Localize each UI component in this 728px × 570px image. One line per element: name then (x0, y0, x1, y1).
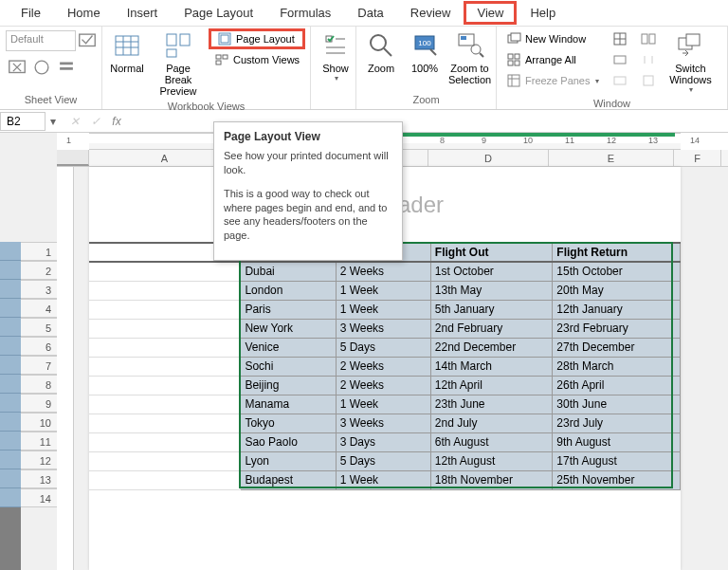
table-cell[interactable]: 27th December (553, 338, 681, 357)
table-cell[interactable]: 6th August (430, 432, 553, 451)
table-cell[interactable]: 12th April (430, 376, 553, 395)
sheet-view-keep-icon[interactable] (76, 30, 99, 51)
table-cell[interactable]: Paris (241, 300, 336, 319)
menu-insert[interactable]: Insert (114, 2, 172, 24)
hide-button[interactable] (607, 49, 633, 70)
table-cell[interactable]: 5 Days (336, 338, 430, 357)
arrange-all-button[interactable]: Arrange All (500, 49, 605, 70)
split-button[interactable] (607, 28, 633, 49)
table-cell[interactable]: Beijing (241, 376, 336, 395)
table-row[interactable]: Beijing2 Weeks12th April26th April (89, 376, 681, 395)
row-header[interactable]: 14 (21, 488, 57, 507)
name-box[interactable]: B2 (0, 112, 46, 131)
table-cell[interactable]: 28th March (553, 357, 681, 376)
enter-formula-icon[interactable]: ✓ (87, 115, 104, 128)
table-row[interactable]: Lyon5 Days12th August17th August (89, 451, 681, 470)
menu-data[interactable]: Data (344, 2, 396, 24)
table-cell[interactable]: Dubai (241, 262, 336, 281)
menu-view[interactable]: View (464, 1, 517, 25)
table-cell[interactable]: 1st October (430, 262, 553, 281)
freeze-panes-button[interactable]: Freeze Panes▾ (500, 70, 605, 91)
table-cell[interactable]: 2nd July (430, 414, 553, 432)
table-cell[interactable]: 17th August (553, 451, 681, 470)
zoom-100-button[interactable]: 100 100% (404, 28, 446, 76)
row-header[interactable]: 6 (21, 337, 57, 356)
menu-page-layout[interactable]: Page Layout (171, 2, 266, 24)
normal-button[interactable]: Normal (106, 28, 148, 76)
row-header[interactable]: 5 (21, 318, 57, 337)
table-cell[interactable]: 9th August (553, 432, 681, 451)
table-row[interactable]: Sochi2 Weeks14th March28th March (89, 357, 681, 376)
table-cell[interactable]: 12th August (430, 451, 553, 470)
menu-home[interactable]: Home (54, 2, 114, 24)
page-break-preview-button[interactable]: Page Break Preview (150, 28, 207, 99)
switch-windows-button[interactable]: Switch Windows ▾ (664, 28, 717, 96)
reset-window-button[interactable] (635, 70, 662, 91)
table-row[interactable]: Paris1 Week5th January12th January (89, 300, 681, 319)
table-cell[interactable]: Sochi (241, 357, 336, 376)
name-box-dropdown-icon[interactable]: ▾ (46, 115, 61, 128)
row-header[interactable]: 7 (21, 356, 57, 375)
table-cell[interactable]: 30th June (553, 395, 681, 414)
table-cell[interactable]: Tokyo (241, 414, 336, 432)
unhide-button[interactable] (607, 70, 633, 91)
sync-scroll-button[interactable] (635, 49, 662, 70)
table-cell[interactable]: New York (241, 319, 336, 338)
cancel-formula-icon[interactable]: ✕ (66, 115, 83, 128)
menu-formulas[interactable]: Formulas (266, 2, 344, 24)
table-cell[interactable]: 3 Days (336, 432, 430, 451)
table-cell[interactable]: 20th May (553, 281, 681, 300)
table-cell[interactable]: Venice (241, 338, 336, 357)
sheet-view-options-icon[interactable] (55, 57, 78, 78)
table-cell[interactable]: Manama (241, 395, 336, 414)
menu-help[interactable]: Help (517, 2, 569, 24)
table-cell[interactable]: London (241, 281, 336, 300)
table-cell[interactable]: 23th June (430, 395, 553, 414)
table-cell[interactable]: 18th November (430, 470, 553, 489)
view-side-by-side-button[interactable] (635, 28, 662, 49)
column-header[interactable]: E (549, 150, 674, 166)
table-cell[interactable]: 2 Weeks (336, 262, 430, 281)
sheet-view-exit-icon[interactable] (6, 57, 28, 78)
table-cell[interactable]: Sao Paolo (241, 432, 336, 451)
table-row[interactable]: Dubai2 Weeks1st October15th October (89, 262, 681, 281)
row-header[interactable]: 10 (21, 413, 57, 432)
table-row[interactable]: Venice5 Days22nd December27th December (89, 338, 681, 357)
custom-views-button[interactable]: Custom Views (209, 49, 305, 70)
row-header[interactable]: 1 (21, 242, 57, 261)
table-cell[interactable]: 23rd July (553, 414, 681, 432)
data-table[interactable]: DestinationDurationFlight OutFlight Retu… (89, 242, 681, 490)
table-row[interactable]: Budapest1 Week18th November25th November (89, 470, 681, 489)
row-header[interactable]: 3 (21, 280, 57, 299)
table-row[interactable]: Manama1 Week23th June30th June (89, 395, 681, 414)
table-cell[interactable]: 22nd December (430, 338, 553, 357)
table-cell[interactable]: 23rd February (553, 319, 681, 338)
row-header[interactable]: 4 (21, 299, 57, 318)
zoom-to-selection-button[interactable]: Zoom to Selection (447, 28, 492, 87)
table-cell[interactable]: 5th January (430, 300, 553, 319)
row-header[interactable]: 9 (21, 394, 57, 413)
menu-file[interactable]: File (8, 2, 54, 24)
table-cell[interactable]: 1 Week (336, 470, 430, 489)
table-header[interactable]: Flight Out (430, 243, 553, 262)
table-cell[interactable]: 13th May (430, 281, 553, 300)
table-header[interactable]: Flight Return (553, 243, 681, 262)
table-cell[interactable]: 1 Week (336, 395, 430, 414)
table-cell[interactable]: 2nd February (430, 319, 553, 338)
zoom-button[interactable]: Zoom (360, 28, 402, 76)
new-window-button[interactable]: New Window (500, 28, 605, 49)
table-cell[interactable]: 14th March (430, 357, 553, 376)
table-row[interactable]: London1 Week13th May20th May (89, 281, 681, 300)
table-cell[interactable]: 26th April (553, 376, 681, 395)
page-layout-button[interactable]: Page Layout (209, 28, 305, 49)
row-header[interactable]: 13 (21, 469, 57, 488)
row-header[interactable]: 11 (21, 432, 57, 450)
column-header[interactable]: D (428, 150, 549, 166)
row-header[interactable]: 8 (21, 375, 57, 394)
table-cell[interactable]: Budapest (241, 470, 336, 489)
table-cell[interactable]: 2 Weeks (336, 376, 430, 395)
table-row[interactable]: Tokyo3 Weeks2nd July23rd July (89, 414, 681, 432)
table-row[interactable]: Sao Paolo3 Days6th August9th August (89, 432, 681, 451)
table-cell[interactable]: 25th November (553, 470, 681, 489)
table-cell[interactable]: 3 Weeks (336, 414, 430, 432)
